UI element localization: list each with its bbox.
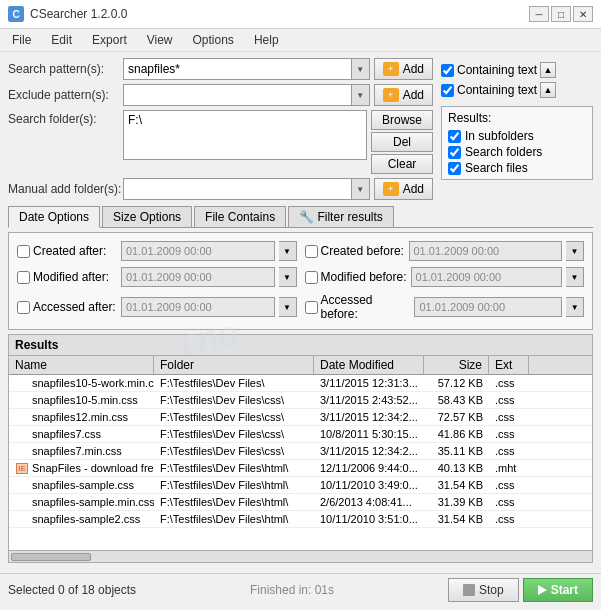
cell-folder: F:\Testfiles\Dev Files\html\ <box>154 461 314 475</box>
accessed-before-dropdown-icon[interactable]: ▼ <box>566 297 584 317</box>
tab-date-options[interactable]: Date Options <box>8 206 100 228</box>
modified-after-dropdown-icon[interactable]: ▼ <box>279 267 297 287</box>
modified-before-checkbox[interactable] <box>305 271 318 284</box>
menu-export[interactable]: Export <box>84 31 135 49</box>
cell-size: 40.13 KB <box>424 461 489 475</box>
status-bar: Selected 0 of 18 objects Finished in: 01… <box>0 573 601 606</box>
add-icon-1: + <box>383 62 399 76</box>
clear-button[interactable]: Clear <box>371 154 433 174</box>
file-icon <box>15 427 29 441</box>
table-body[interactable]: snapfiles10-5-work.min.css F:\Testfiles\… <box>9 375 592 550</box>
accessed-after-input[interactable] <box>121 297 275 317</box>
containing-text-2-arrow[interactable]: ▲ <box>540 82 556 98</box>
accessed-after-checkbox[interactable] <box>17 301 30 314</box>
modified-after-checkbox[interactable] <box>17 271 30 284</box>
modified-before-input[interactable] <box>411 267 562 287</box>
created-before-input[interactable] <box>409 241 563 261</box>
scroll-thumb[interactable] <box>11 553 91 561</box>
search-files-checkbox[interactable] <box>448 162 461 175</box>
modified-before-dropdown-icon[interactable]: ▼ <box>566 267 584 287</box>
maximize-button[interactable]: □ <box>551 6 571 22</box>
table-row[interactable]: snapfiles-sample2.css F:\Testfiles\Dev F… <box>9 511 592 528</box>
stop-icon <box>463 584 475 596</box>
close-button[interactable]: ✕ <box>573 6 593 22</box>
tab-filter-results[interactable]: 🔧 Filter results <box>288 206 394 227</box>
table-row[interactable]: snapfiles-sample.min.css F:\Testfiles\De… <box>9 494 592 511</box>
manual-add-input[interactable] <box>124 179 351 199</box>
search-folders-label: Search folders <box>465 145 542 159</box>
created-after-input[interactable] <box>121 241 275 261</box>
horizontal-scrollbar[interactable] <box>9 550 592 562</box>
col-folder[interactable]: Folder <box>154 356 314 374</box>
search-patterns-add-button[interactable]: + Add <box>374 58 433 80</box>
status-selected: Selected 0 of 18 objects <box>8 583 136 597</box>
created-before-checkbox[interactable] <box>305 245 318 258</box>
accessed-before-input[interactable] <box>414 297 562 317</box>
containing-text-2-label: Containing text <box>457 83 537 97</box>
table-row[interactable]: snapfiles10-5.min.css F:\Testfiles\Dev F… <box>9 392 592 409</box>
col-date[interactable]: Date Modified <box>314 356 424 374</box>
date-options-panel: Created after: ▼ Created before: ▼ Modif… <box>8 232 593 330</box>
cell-date: 10/8/2011 5:30:15... <box>314 427 424 441</box>
minimize-button[interactable]: ─ <box>529 6 549 22</box>
table-row[interactable]: snapfiles7.css F:\Testfiles\Dev Files\cs… <box>9 426 592 443</box>
search-patterns-dropdown-icon[interactable]: ▼ <box>351 59 369 79</box>
table-row[interactable]: snapfiles12.min.css F:\Testfiles\Dev Fil… <box>9 409 592 426</box>
table-row[interactable]: snapfiles-sample.css F:\Testfiles\Dev Fi… <box>9 477 592 494</box>
modified-after-label: Modified after: <box>33 270 109 284</box>
manual-add-input-container: ▼ <box>123 178 370 200</box>
table-row[interactable]: snapfiles7.min.css F:\Testfiles\Dev File… <box>9 443 592 460</box>
containing-text-1-arrow[interactable]: ▲ <box>540 62 556 78</box>
accessed-before-checkbox[interactable] <box>305 301 318 314</box>
menu-file[interactable]: File <box>4 31 39 49</box>
manual-add-button[interactable]: + Add <box>374 178 433 200</box>
stop-button[interactable]: Stop <box>448 578 519 602</box>
title-bar: C CSearcher 1.2.0.0 ─ □ ✕ <box>0 0 601 29</box>
search-folders-input[interactable]: F:\ <box>123 110 367 160</box>
cell-date: 3/11/2015 12:34:2... <box>314 410 424 424</box>
modified-after-input[interactable] <box>121 267 275 287</box>
add-icon-2: + <box>383 88 399 102</box>
created-after-dropdown-icon[interactable]: ▼ <box>279 241 297 261</box>
containing-text-1-checkbox[interactable] <box>441 64 454 77</box>
exclude-patterns-input[interactable] <box>124 85 351 105</box>
exclude-patterns-dropdown-icon[interactable]: ▼ <box>351 85 369 105</box>
file-icon <box>15 495 29 509</box>
menu-edit[interactable]: Edit <box>43 31 80 49</box>
browse-button[interactable]: Browse <box>371 110 433 130</box>
start-button[interactable]: Start <box>523 578 593 602</box>
search-files-label: Search files <box>465 161 528 175</box>
tab-file-contains[interactable]: File Contains <box>194 206 286 227</box>
cell-folder: F:\Testfiles\Dev Files\css\ <box>154 410 314 424</box>
search-folders-checkbox[interactable] <box>448 146 461 159</box>
col-ext[interactable]: Ext <box>489 356 529 374</box>
results-panel: Results Name Folder Date Modified Size E… <box>8 334 593 563</box>
containing-text-2-checkbox[interactable] <box>441 84 454 97</box>
table-row[interactable]: IE SnapFiles - download fre... F:\Testfi… <box>9 460 592 477</box>
menu-view[interactable]: View <box>139 31 181 49</box>
cell-ext: .css <box>489 512 529 526</box>
col-name[interactable]: Name <box>9 356 154 374</box>
svg-rect-4 <box>17 394 27 406</box>
del-button[interactable]: Del <box>371 132 433 152</box>
tab-size-options[interactable]: Size Options <box>102 206 192 227</box>
manual-add-dropdown-icon[interactable]: ▼ <box>351 179 369 199</box>
created-after-checkbox[interactable] <box>17 245 30 258</box>
cell-size: 72.57 KB <box>424 410 489 424</box>
table-row[interactable]: snapfiles10-5-work.min.css F:\Testfiles\… <box>9 375 592 392</box>
svg-rect-16 <box>17 445 27 457</box>
in-subfolders-checkbox[interactable] <box>448 130 461 143</box>
cell-name: snapfiles7.css <box>9 426 154 442</box>
cell-size: 31.54 KB <box>424 512 489 526</box>
search-patterns-input[interactable] <box>124 59 351 79</box>
col-size[interactable]: Size <box>424 356 489 374</box>
accessed-after-dropdown-icon[interactable]: ▼ <box>279 297 297 317</box>
search-patterns-input-container: ▼ <box>123 58 370 80</box>
exclude-patterns-add-button[interactable]: + Add <box>374 84 433 106</box>
menu-help[interactable]: Help <box>246 31 287 49</box>
cell-ext: .mht <box>489 461 529 475</box>
created-before-dropdown-icon[interactable]: ▼ <box>566 241 584 261</box>
cell-ext: .css <box>489 427 529 441</box>
cell-size: 31.54 KB <box>424 478 489 492</box>
menu-options[interactable]: Options <box>185 31 242 49</box>
